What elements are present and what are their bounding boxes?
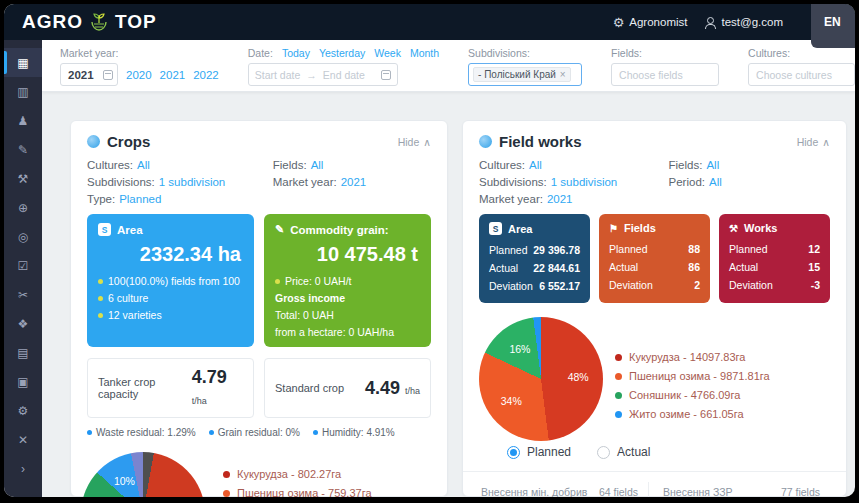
sidebar-item-map[interactable]: ⊕	[4, 193, 42, 222]
date-range-input[interactable]: Start date → End date	[248, 63, 398, 86]
sidebar-item-journal[interactable]: ▣	[4, 367, 42, 396]
dashboard-main: Crops Hide ∧ Cultures:All Fields:All Sub…	[42, 92, 855, 497]
logo-text-left: AGRO	[22, 11, 83, 33]
fields-placeholder: Choose fields	[619, 69, 683, 81]
flag-icon: ⚑	[609, 223, 618, 234]
grain-residual: Grain residual: 0%	[209, 427, 300, 438]
field-works-panel-title: Field works	[499, 133, 582, 150]
standard-crop-label: Standard crop	[275, 382, 344, 394]
legend-item[interactable]: Пшениця озима - 9871.81га	[615, 370, 770, 382]
sidebar-item-analytics[interactable]: ❖	[4, 309, 42, 338]
crops-meta-type: Type:Planned	[87, 193, 273, 205]
crops-fields-value[interactable]: All	[311, 159, 324, 171]
tasks-icon: ☑	[18, 259, 29, 273]
chevron-right-icon: ›	[21, 462, 25, 476]
crops-hide-link[interactable]: Hide ∧	[398, 136, 431, 148]
sidebar-nav: ▦ ▥ ♟ ✎ ⚒ ⊕ ◎ ☑ ✂ ❖ ▤ ▣ ⚙ ✕ ›	[4, 40, 42, 497]
tractor-icon: ⚒	[18, 172, 29, 186]
legend-item[interactable]: Кукурудза - 14097.83га	[615, 351, 770, 363]
cultures-select[interactable]: Choose cultures	[748, 63, 855, 86]
pie-label: 16%	[509, 343, 530, 355]
fw-meta-cultures: Cultures:All	[479, 159, 669, 171]
legend-item[interactable]: Соняшник - 4766.09га	[615, 389, 770, 401]
account-menu[interactable]: test@g.com	[705, 16, 783, 28]
crops-panel-icon	[87, 135, 100, 148]
fields-select[interactable]: Choose fields	[611, 63, 719, 86]
work-stats-row: Внесення мін. добрив 64 fields Planned1 …	[479, 482, 830, 497]
legend-item[interactable]: Жито озиме - 661.05га	[615, 408, 770, 420]
bullet-icon	[313, 430, 318, 435]
fw-meta-period: Period:All	[669, 176, 830, 188]
fw-market-year-value[interactable]: 2021	[547, 193, 573, 205]
date-link-today[interactable]: Today	[282, 47, 310, 59]
app-window: AGRO TOP ⚙ Agronomist test@g.com EN	[4, 4, 855, 497]
sidebar-item-documents[interactable]: ▤	[4, 338, 42, 367]
logo[interactable]: AGRO TOP	[22, 10, 157, 34]
sidebar-item-dashboard[interactable]: ▦	[4, 48, 42, 77]
grain-card-title: Commodity grain:	[290, 224, 388, 236]
sidebar-item-machinery[interactable]: ⚒	[4, 164, 42, 193]
legend-dot	[615, 373, 622, 380]
account-email: test@g.com	[721, 16, 783, 28]
legend-item[interactable]: Пшениця озима - 759.37га	[223, 487, 372, 497]
year-link-2021[interactable]: 2021	[160, 69, 186, 81]
calendar-icon[interactable]	[103, 70, 113, 80]
subdivisions-group: Subdivisions: - Поліський Край ×	[468, 47, 582, 91]
fw-meta-subdivisions: Subdivisions:1 subdivision	[479, 176, 669, 188]
fw-works-actual: Actual15	[729, 258, 820, 276]
filter-bar: Market year: 2021 2020 2021 2022 Date:	[42, 40, 855, 92]
sidebar-item-equipment[interactable]: ✂	[4, 280, 42, 309]
crops-market-year-value[interactable]: 2021	[341, 176, 367, 188]
pie-label: 48%	[568, 371, 589, 383]
date-link-yesterday[interactable]: Yesterday	[319, 47, 365, 59]
crops-cultures-value[interactable]: All	[137, 159, 150, 171]
sidebar-item-tasks[interactable]: ☑	[4, 251, 42, 280]
chevron-up-icon: ∧	[423, 136, 431, 148]
area-bullet-varieties: 12 varieties	[98, 309, 243, 321]
calendar-icon[interactable]	[381, 70, 391, 80]
area-bullet-culture: 6 culture	[98, 292, 243, 304]
legend-item[interactable]: Кукурудза - 802.27га	[223, 468, 372, 480]
fw-fields-value[interactable]: All	[706, 159, 719, 171]
sidebar-item-monitoring[interactable]: ◎	[4, 222, 42, 251]
crops-subdivisions-value[interactable]: 1 subdivision	[159, 176, 225, 188]
planned-radio[interactable]: Planned	[507, 445, 571, 459]
date-link-week[interactable]: Week	[374, 47, 401, 59]
year-link-2020[interactable]: 2020	[126, 69, 152, 81]
gear-icon: ⚙	[613, 15, 625, 30]
work-stat-title: Внесення ЗЗР	[663, 486, 733, 497]
crops-type-value[interactable]: Planned	[119, 193, 161, 205]
field-works-hide-link[interactable]: Hide ∧	[797, 136, 830, 148]
actual-radio[interactable]: Actual	[597, 445, 650, 459]
date-label: Date:	[248, 47, 273, 59]
pie-label: 34%	[501, 395, 522, 407]
legend-dot	[615, 354, 622, 361]
fw-subdivisions-value[interactable]: 1 subdivision	[551, 176, 617, 188]
role-menu[interactable]: ⚙ Agronomist	[613, 15, 688, 30]
area-bullet-fields: 100(100.0%) fields from 100	[98, 275, 243, 287]
language-switcher[interactable]: EN	[811, 4, 855, 48]
gross-income-per-ha: from a hectare: 0 UAH/ha	[275, 326, 420, 338]
sidebar-item-staff[interactable]: ♟	[4, 106, 42, 135]
fw-period-value[interactable]: All	[709, 176, 722, 188]
remove-tag-icon[interactable]: ×	[560, 69, 566, 80]
sidebar-item-reports[interactable]: ▥	[4, 77, 42, 106]
legend-dot	[223, 490, 230, 497]
sidebar-collapse[interactable]: ›	[4, 454, 42, 483]
market-year-input[interactable]: 2021	[60, 63, 118, 86]
sidebar-item-close[interactable]: ✕	[4, 425, 42, 454]
area-icon: S	[98, 223, 111, 236]
subdivisions-select[interactable]: - Поліський Край ×	[468, 63, 582, 86]
sidebar-item-crops[interactable]: ✎	[4, 135, 42, 164]
top-bar: AGRO TOP ⚙ Agronomist test@g.com	[4, 4, 855, 40]
waste-residual: Waste residual: 1.29%	[87, 427, 196, 438]
fw-meta-fields: Fields:All	[669, 159, 830, 171]
commodity-grain-card: ✎ Commodity grain: 10 475.48 t Price: 0 …	[264, 214, 431, 347]
fw-cultures-value[interactable]: All	[529, 159, 542, 171]
year-link-2022[interactable]: 2022	[193, 69, 219, 81]
date-link-month[interactable]: Month	[410, 47, 439, 59]
sidebar-item-settings[interactable]: ⚙	[4, 396, 42, 425]
crops-pie-chart[interactable]: 34% 17% 10%	[81, 452, 205, 497]
field-works-pie-chart[interactable]: 48% 34% 16%	[479, 317, 603, 441]
market-year-group: Market year: 2021 2020 2021 2022	[60, 47, 219, 91]
